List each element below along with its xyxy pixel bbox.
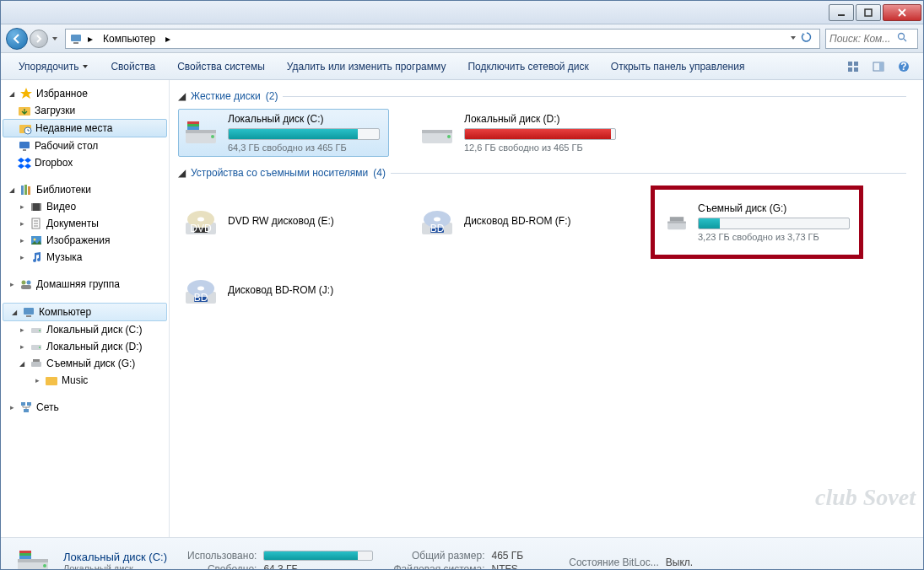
drive-label: Съемный диск (G:) xyxy=(698,202,850,214)
svg-rect-17 xyxy=(23,149,26,151)
tree-removable-disk-g[interactable]: Съемный диск (G:) xyxy=(1,355,169,372)
details-free-value: 64,3 ГБ xyxy=(263,563,373,571)
tree-homegroup[interactable]: Домашняя группа xyxy=(1,276,169,293)
drive-bd-j[interactable]: BD Дисковод BD-ROM (J:) xyxy=(178,269,389,315)
forward-button[interactable] xyxy=(30,30,48,48)
address-bar[interactable]: ▸ Компьютер ▸ xyxy=(65,29,820,49)
tree-local-disk-c[interactable]: Локальный диск (C:) xyxy=(1,321,169,338)
tree-pictures[interactable]: Изображения xyxy=(1,232,169,249)
svg-rect-8 xyxy=(854,67,858,72)
nav-bar: ▸ Компьютер ▸ xyxy=(1,24,923,53)
folder-icon xyxy=(45,374,58,387)
navigation-tree: Избранное Загрузки Недавние места Рабочи… xyxy=(1,80,170,537)
svg-text:BD: BD xyxy=(430,223,445,234)
properties-button[interactable]: Свойства xyxy=(101,56,165,77)
preview-pane-icon[interactable] xyxy=(868,56,889,77)
help-icon[interactable]: ? xyxy=(894,56,914,77)
svg-rect-46 xyxy=(187,124,199,126)
tree-computer[interactable]: Компьютер xyxy=(3,303,167,321)
computer-icon xyxy=(69,32,83,46)
desktop-icon xyxy=(18,139,31,153)
recent-icon xyxy=(19,121,32,135)
homegroup-icon xyxy=(19,277,33,291)
group-hard-drives[interactable]: ◢ Жесткие диски (2) xyxy=(178,90,923,102)
svg-rect-29 xyxy=(21,285,31,289)
tree-documents[interactable]: Документы xyxy=(1,215,169,232)
drive-usage-bar xyxy=(464,128,616,140)
organize-button[interactable]: Упорядочить xyxy=(9,56,98,77)
tree-music[interactable]: Музыка xyxy=(1,249,169,266)
svg-point-28 xyxy=(27,281,31,285)
svg-rect-23 xyxy=(40,203,41,211)
bd-drive-icon: BD xyxy=(182,273,219,310)
uninstall-program-button[interactable]: Удалить или изменить программу xyxy=(278,56,456,77)
svg-rect-43 xyxy=(186,130,216,133)
svg-point-50 xyxy=(447,135,451,138)
details-subtitle: Локальный диск xyxy=(63,563,167,570)
tree-music-folder[interactable]: Music xyxy=(1,372,169,389)
nav-history-dropdown[interactable] xyxy=(50,30,60,47)
drive-label: Локальный диск (C:) xyxy=(228,113,385,125)
minimize-button[interactable] xyxy=(829,4,854,21)
details-bitlocker-label: Состояние BitLoc... xyxy=(569,557,659,568)
star-icon xyxy=(19,87,33,100)
command-toolbar: Упорядочить Свойства Свойства системы Уд… xyxy=(1,53,923,80)
svg-point-4 xyxy=(899,34,905,40)
drive-removable-g[interactable]: Съемный диск (G:) 3,23 ГБ свободно из 3,… xyxy=(660,198,854,246)
details-total-label: Общий размер: xyxy=(393,550,484,562)
tree-desktop[interactable]: Рабочий стол xyxy=(1,137,169,154)
content-area: ◢ Жесткие диски (2) Локальный диск (C:) … xyxy=(170,80,923,537)
drive-local-d[interactable]: Локальный диск (D:) 12,6 ГБ свободно из … xyxy=(414,109,625,157)
search-box[interactable] xyxy=(825,29,918,49)
tree-recent-places[interactable]: Недавние места xyxy=(3,119,167,137)
tree-favorites[interactable]: Избранное xyxy=(1,85,169,102)
svg-rect-2 xyxy=(71,35,81,41)
open-control-panel-button[interactable]: Открыть панель управления xyxy=(602,56,754,77)
tree-downloads[interactable]: Загрузки xyxy=(1,102,169,119)
svg-text:?: ? xyxy=(900,61,906,73)
drive-icon xyxy=(30,340,43,353)
group-removable-devices[interactable]: ◢ Устройства со съемными носителями (4) xyxy=(178,167,923,179)
drive-free-text: 12,6 ГБ свободно из 465 ГБ xyxy=(464,142,621,153)
svg-rect-7 xyxy=(848,67,852,72)
drive-bd-f[interactable]: BD Дисковод BD-ROM (F:) xyxy=(414,186,625,259)
details-free-label: Свободно: xyxy=(187,563,257,571)
svg-point-33 xyxy=(39,330,41,331)
highlighted-region: Съемный диск (G:) 3,23 ГБ свободно из 3,… xyxy=(651,186,863,259)
svg-rect-18 xyxy=(21,186,24,195)
breadcrumb-arrow-icon[interactable]: ▸ xyxy=(83,31,98,46)
breadcrumb-arrow-icon[interactable]: ▸ xyxy=(160,31,176,46)
svg-rect-5 xyxy=(848,62,852,66)
refresh-icon[interactable] xyxy=(801,31,813,46)
system-properties-button[interactable]: Свойства системы xyxy=(168,56,274,77)
svg-rect-16 xyxy=(19,142,30,148)
tree-dropbox[interactable]: Dropbox xyxy=(1,154,169,171)
svg-point-47 xyxy=(211,135,214,138)
svg-rect-10 xyxy=(879,62,883,71)
svg-point-26 xyxy=(34,239,36,241)
computer-icon xyxy=(22,305,35,319)
tree-videos[interactable]: Видео xyxy=(1,198,169,215)
back-button[interactable] xyxy=(6,28,28,50)
view-options-icon[interactable] xyxy=(843,56,863,77)
search-icon[interactable] xyxy=(897,32,907,45)
address-dropdown-icon[interactable] xyxy=(789,33,797,45)
removable-drive-icon xyxy=(30,357,43,370)
svg-rect-6 xyxy=(854,62,858,66)
tree-local-disk-d[interactable]: Локальный диск (D:) xyxy=(1,338,169,355)
drive-local-c[interactable]: Локальный диск (C:) 64,3 ГБ свободно из … xyxy=(178,109,389,157)
close-button[interactable] xyxy=(883,4,921,21)
dvd-drive-icon: DVD xyxy=(182,204,219,241)
search-input[interactable] xyxy=(829,33,897,45)
breadcrumb-computer[interactable]: Компьютер xyxy=(98,31,160,46)
map-network-drive-button[interactable]: Подключить сетевой диск xyxy=(458,56,597,77)
drive-dvd-e[interactable]: DVD DVD RW дисковод (E:) xyxy=(178,186,389,259)
drive-free-text: 64,3 ГБ свободно из 465 ГБ xyxy=(228,142,385,153)
maximize-button[interactable] xyxy=(856,4,881,21)
tree-libraries[interactable]: Библиотеки xyxy=(1,181,169,198)
folder-icon xyxy=(18,104,31,117)
svg-rect-73 xyxy=(19,553,31,556)
libraries-icon xyxy=(19,183,33,196)
network-icon xyxy=(19,401,33,414)
tree-network[interactable]: Сеть xyxy=(1,399,169,416)
